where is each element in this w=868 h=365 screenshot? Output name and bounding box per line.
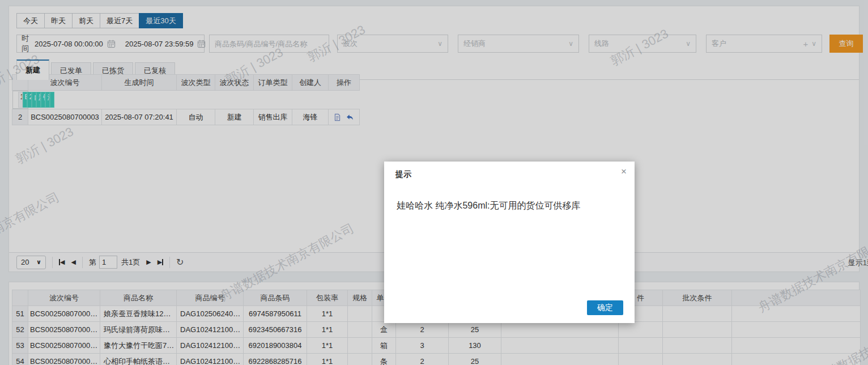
confirm-button[interactable]: 确定 <box>587 300 623 315</box>
alert-dialog: 提示 × 娃哈哈水 纯净水596ml:无可用的货位可供移库 确定 <box>384 162 635 323</box>
dialog-title: 提示 <box>395 169 411 180</box>
dialog-message: 娃哈哈水 纯净水596ml:无可用的货位可供移库 <box>397 200 623 212</box>
close-icon[interactable]: × <box>621 167 627 176</box>
wave-management-page: { "filters": { "quick_ranges": [ { "labe… <box>0 0 868 365</box>
